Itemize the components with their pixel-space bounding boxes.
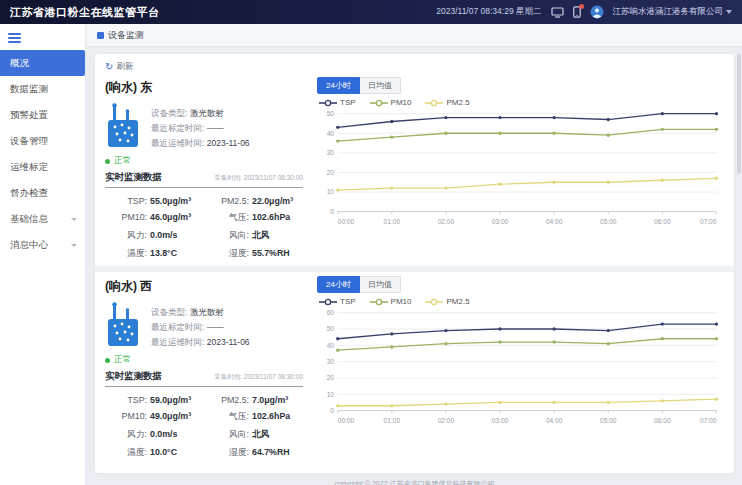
sidebar-item-7[interactable]: 消息中心 [0, 232, 85, 258]
svg-text:40: 40 [327, 342, 335, 349]
device-section-east: (响水) 东 设备类型: 激光散射 最近标定时间: —— 最近运维时间: 202… [105, 73, 724, 266]
svg-text:05:00: 05:00 [600, 218, 617, 225]
svg-text:50: 50 [327, 110, 335, 117]
sidebar-item-2[interactable]: 预警处置 [0, 102, 85, 128]
refresh-label: 刷新 [116, 61, 133, 73]
sidebar-item-6[interactable]: 基础信息 [0, 206, 85, 232]
monitor-icon[interactable] [551, 7, 564, 18]
svg-text:0: 0 [330, 407, 334, 414]
company-name: 江苏响水港涵江港务有限公司 [613, 6, 724, 18]
calibration-time-label: 最近标定时间: [151, 123, 204, 133]
line-chart-west[interactable]: 010203040506000:0001:0002:0003:0004:0005… [317, 307, 724, 426]
chart-period-tabs: 24小时日均值 [317, 77, 724, 94]
device-info: 设备类型: 激光散射 最近标定时间: —— 最近运维时间: 2023-11-06 [151, 102, 250, 151]
legend-marker-icon [425, 99, 443, 107]
svg-text:30: 30 [327, 358, 335, 365]
metric-value: 59.0μg/m³ [150, 395, 191, 405]
metric-label: PM2.5: [207, 395, 249, 405]
tab-daily-avg[interactable]: 日均值 [360, 276, 401, 293]
legend-marker-icon [319, 298, 337, 306]
legend-item-pm25[interactable]: PM2.5 [425, 98, 469, 107]
legend-item-tsp[interactable]: TSP [319, 98, 356, 107]
legend-item-pm10[interactable]: PM10 [370, 297, 412, 306]
metric-value: 13.8°C [150, 248, 177, 260]
metric-label: 风力: [105, 230, 147, 242]
platform-title: 江苏省港口粉尘在线监管平台 [10, 5, 160, 20]
svg-text:02:00: 02:00 [438, 218, 455, 225]
metric-label: 湿度: [207, 248, 249, 260]
metric-item: PM2.5:22.0μg/m³ [207, 196, 303, 206]
sidebar-item-1[interactable]: 数据监测 [0, 76, 85, 102]
refresh-icon: ↻ [105, 62, 113, 72]
sidebar-item-3[interactable]: 设备管理 [0, 128, 85, 154]
line-chart-east[interactable]: 0102030405000:0001:0002:0003:0004:0005:0… [317, 108, 724, 227]
sidebar-item-4[interactable]: 运维标定 [0, 154, 85, 180]
realtime-title: 实时监测数据 [105, 171, 162, 184]
svg-text:07:00: 07:00 [700, 417, 717, 424]
tab-square-icon [97, 32, 104, 39]
legend-label: PM10 [391, 98, 412, 107]
legend-item-pm10[interactable]: PM10 [370, 98, 412, 107]
legend-item-tsp[interactable]: TSP [319, 297, 356, 306]
svg-text:00:00: 00:00 [338, 417, 355, 424]
sidebar-item-label: 预警处置 [10, 109, 48, 122]
tab-device-monitoring-label: 设备监测 [108, 29, 144, 42]
status-dot-icon [105, 358, 110, 363]
notification-phone-icon[interactable] [573, 6, 581, 18]
metric-label: 温度: [105, 248, 147, 260]
device-info: 设备类型: 激光散射 最近标定时间: —— 最近运维时间: 2023-11-06 [151, 301, 250, 350]
legend-item-pm25[interactable]: PM2.5 [425, 297, 469, 306]
scrollbar[interactable] [737, 54, 741, 174]
sidebar-menu: 概况数据监测预警处置设备管理运维标定督办检查基础信息消息中心 [0, 50, 85, 258]
device-type-label: 设备类型: [151, 307, 187, 317]
metric-value: 7.0μg/m³ [252, 395, 288, 405]
metric-label: TSP: [105, 395, 147, 405]
tab-24h[interactable]: 24小时 [317, 276, 360, 293]
avatar-icon[interactable] [590, 5, 604, 19]
metric-item: 风向:北风 [207, 230, 303, 242]
metric-item: TSP:55.0μg/m³ [105, 196, 201, 206]
svg-text:10: 10 [327, 188, 335, 195]
legend-marker-icon [370, 99, 388, 107]
legend-marker-icon [425, 298, 443, 306]
svg-text:07:00: 07:00 [700, 218, 717, 225]
maintenance-time-label: 最近运维时间: [151, 138, 204, 148]
metric-label: PM10: [105, 212, 147, 224]
menu-toggle-button[interactable] [0, 24, 85, 50]
tab-device-monitoring[interactable]: 设备监测 [97, 29, 144, 42]
metric-label: PM2.5: [207, 196, 249, 206]
svg-text:03:00: 03:00 [492, 417, 509, 424]
dust-monitor-station-icon [105, 301, 141, 351]
metric-value: 0.0m/s [150, 429, 177, 441]
metric-value: 64.7%RH [252, 447, 290, 459]
realtime-title: 实时监测数据 [105, 370, 162, 383]
sidebar-item-0[interactable]: 概况 [0, 50, 85, 76]
metric-value: 北风 [252, 429, 270, 441]
svg-text:01:00: 01:00 [384, 218, 401, 225]
maintenance-time-value: 2023-11-06 [207, 337, 250, 347]
sidebar-item-label: 基础信息 [10, 213, 48, 226]
chevron-down-icon [71, 218, 77, 221]
metric-label: 气压: [207, 411, 249, 423]
metric-value: 55.7%RH [252, 248, 290, 260]
maintenance-time-value: 2023-11-06 [207, 138, 250, 148]
status-badge: 正常 [105, 354, 303, 366]
refresh-button[interactable]: ↻ 刷新 [105, 61, 133, 73]
metric-item: TSP:59.0μg/m³ [105, 395, 201, 405]
top-header-bar: 江苏省港口粉尘在线监管平台 2023/11/07 08:34:29 星期二 江苏… [0, 0, 742, 24]
metric-label: 风向: [207, 230, 249, 242]
sidebar-item-5[interactable]: 督办检查 [0, 180, 85, 206]
company-dropdown[interactable]: 江苏响水港涵江港务有限公司 [613, 6, 733, 18]
legend-label: PM2.5 [446, 297, 469, 306]
svg-text:04:00: 04:00 [546, 218, 563, 225]
legend-marker-icon [319, 99, 337, 107]
metric-value: 10.0°C [150, 447, 177, 459]
metric-value: 北风 [252, 230, 270, 242]
svg-text:60: 60 [327, 309, 335, 316]
legend-label: TSP [340, 98, 356, 107]
tab-24h[interactable]: 24小时 [317, 77, 360, 94]
status-label: 正常 [114, 155, 131, 167]
status-dot-icon [105, 159, 110, 164]
tab-daily-avg[interactable]: 日均值 [360, 77, 401, 94]
metric-value: 22.0μg/m³ [252, 196, 293, 206]
